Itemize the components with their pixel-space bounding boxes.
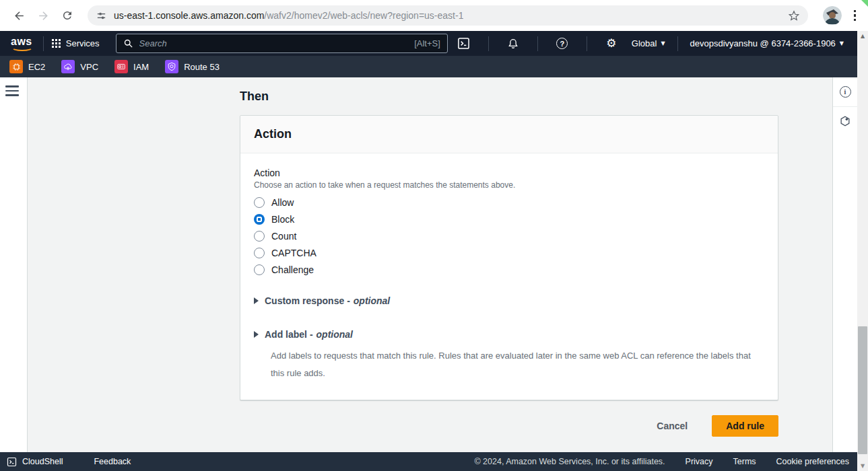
scrollbar-up-arrow[interactable]: ▲: [857, 33, 868, 39]
services-grid-icon: [52, 39, 61, 48]
action-card-title: Action: [254, 127, 764, 141]
favorite-label: IAM: [133, 62, 149, 72]
settings-gear-icon[interactable]: ⚙: [605, 37, 618, 50]
action-card-header: Action: [240, 116, 778, 153]
tools-rail: i: [832, 77, 857, 452]
screen: us-east-1.console.aws.amazon.com/wafv2/h…: [0, 0, 868, 471]
aws-top-nav: aws Services [Alt+S]: [0, 31, 857, 56]
expand-triangle-icon: [254, 297, 259, 304]
browser-forward-icon[interactable]: [35, 7, 51, 24]
add-label-description: Add labels to requests that match this r…: [271, 347, 764, 382]
favorite-label: Route 53: [184, 62, 220, 72]
radio-label: Count: [271, 231, 296, 242]
page-scrollbar[interactable]: ▲ ▼: [857, 31, 868, 471]
browser-back-icon[interactable]: [11, 7, 27, 24]
url-path: /wafv2/homev2/web-acls/new?region=us-eas…: [264, 10, 463, 21]
radio-option-captcha[interactable]: CAPTCHA: [254, 248, 764, 258]
custom-response-expander[interactable]: Custom response - optional: [254, 295, 764, 306]
services-menu[interactable]: Services: [52, 38, 100, 48]
cloudshell-label: CloudShell: [22, 457, 63, 466]
nav-divider: [43, 36, 44, 51]
region-label: Global: [632, 38, 657, 48]
radio-label: Block: [271, 214, 294, 225]
favorite-iam[interactable]: IAM: [114, 60, 149, 73]
browser-url-bar[interactable]: us-east-1.console.aws.amazon.com/wafv2/h…: [88, 5, 808, 26]
feedback-label: Feedback: [94, 457, 131, 466]
favorites-bar: EC2 VPC IAM: [0, 56, 857, 77]
action-field-label: Action: [254, 168, 764, 178]
search-input[interactable]: [139, 38, 415, 48]
left-rail: [0, 77, 28, 452]
account-label: devopsdivyanshu @ 6374-2366-1906: [690, 38, 836, 48]
iam-icon: [114, 60, 128, 73]
search-shortcut: [Alt+S]: [414, 38, 440, 48]
scrollbar-thumb[interactable]: [858, 326, 867, 454]
url-host: us-east-1.console.aws.amazon.com: [114, 10, 264, 21]
bookmark-star-icon[interactable]: [788, 9, 800, 22]
site-settings-icon[interactable]: [96, 10, 107, 22]
radio-icon[interactable]: [254, 264, 265, 275]
aws-logo[interactable]: aws: [9, 36, 35, 51]
favorite-route53[interactable]: Route 53: [165, 60, 220, 73]
footer-copyright: © 2024, Amazon Web Services, Inc. or its…: [474, 457, 665, 466]
radio-label: Challenge: [271, 264, 314, 275]
radio-icon[interactable]: [254, 248, 265, 258]
action-field-description: Choose an action to take when a request …: [254, 180, 764, 190]
add-label-expander[interactable]: Add label - optional: [254, 329, 764, 340]
footer-cloudshell[interactable]: CloudShell: [7, 457, 63, 467]
cancel-button[interactable]: Cancel: [654, 416, 690, 435]
form-actions: Cancel Add rule: [240, 415, 778, 437]
main-content: Then Action Action Choose an action to t…: [28, 77, 832, 452]
browser-menu-icon[interactable]: [848, 7, 862, 24]
cloudshell-icon: [7, 457, 17, 467]
radio-label: Allow: [271, 197, 294, 208]
radio-option-challenge[interactable]: Challenge: [254, 264, 764, 275]
expander-optional: optional: [316, 329, 353, 340]
section-title: Then: [240, 89, 778, 104]
favorite-vpc[interactable]: VPC: [61, 60, 98, 73]
region-selector[interactable]: Global ▼: [632, 38, 665, 48]
info-icon[interactable]: i: [840, 86, 851, 98]
nav-divider: [677, 36, 678, 51]
search-icon: [123, 38, 133, 48]
notifications-bell-icon[interactable]: [506, 37, 520, 50]
radio-icon[interactable]: [254, 214, 265, 225]
action-card-body: Action Choose an action to take when a r…: [240, 153, 778, 400]
expander-optional: optional: [354, 295, 390, 306]
footer-link-cookie-preferences[interactable]: Cookie preferences: [776, 457, 849, 466]
footer-feedback[interactable]: Feedback: [94, 457, 131, 466]
route53-icon: [165, 60, 178, 73]
favorite-label: VPC: [80, 62, 98, 72]
action-card: Action Action Choose an action to take w…: [240, 115, 778, 400]
nav-divider: [488, 36, 489, 51]
console-search[interactable]: [Alt+S]: [116, 34, 448, 53]
favorite-ec2[interactable]: EC2: [9, 60, 45, 73]
radio-option-allow[interactable]: Allow: [254, 197, 764, 208]
add-rule-button[interactable]: Add rule: [712, 415, 778, 437]
account-menu[interactable]: devopsdivyanshu @ 6374-2366-1906 ▼: [690, 38, 844, 48]
hamburger-menu-icon[interactable]: [5, 85, 19, 96]
expander-label: Custom response -: [265, 295, 350, 306]
screen-corner-artifact: [861, 0, 868, 7]
cloudshell-icon[interactable]: [457, 37, 471, 50]
nav-divider: [587, 36, 587, 51]
expander-label: Add label -: [265, 329, 313, 340]
vpc-icon: [61, 60, 75, 73]
radio-option-block[interactable]: Block: [254, 214, 764, 225]
services-label: Services: [66, 38, 100, 48]
radio-option-count[interactable]: Count: [254, 231, 764, 242]
footer-link-terms[interactable]: Terms: [733, 457, 756, 466]
radio-label: CAPTCHA: [271, 248, 316, 258]
favorite-label: EC2: [28, 62, 45, 72]
help-icon[interactable]: ?: [556, 37, 569, 50]
radio-icon[interactable]: [254, 197, 265, 208]
chevron-down-icon: ▼: [840, 40, 844, 46]
radio-icon[interactable]: [254, 231, 265, 242]
url-text: us-east-1.console.aws.amazon.com/wafv2/h…: [114, 10, 463, 21]
browser-reload-icon[interactable]: [59, 7, 75, 24]
scrollbar-down-arrow[interactable]: ▼: [857, 463, 868, 469]
browser-profile-avatar[interactable]: [823, 6, 842, 25]
hexagon-tool-icon[interactable]: [839, 115, 851, 127]
footer-link-privacy[interactable]: Privacy: [686, 457, 713, 466]
ec2-icon: [9, 60, 23, 73]
